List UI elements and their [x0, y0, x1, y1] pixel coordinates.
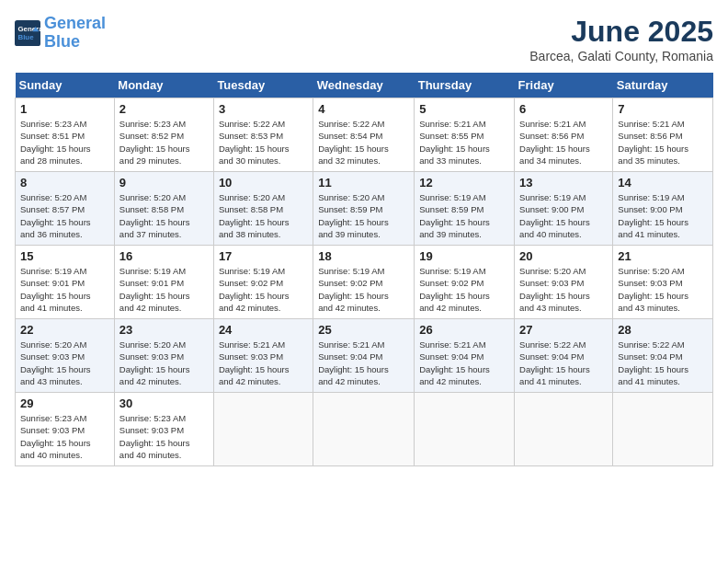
calendar-cell: 1Sunrise: 5:23 AM Sunset: 8:51 PM Daylig… — [16, 98, 115, 172]
day-number: 20 — [519, 249, 608, 263]
day-info: Sunrise: 5:19 AM Sunset: 9:02 PM Dayligh… — [318, 265, 409, 314]
day-info: Sunrise: 5:22 AM Sunset: 8:53 PM Dayligh… — [219, 118, 308, 167]
day-info: Sunrise: 5:20 AM Sunset: 8:57 PM Dayligh… — [20, 191, 109, 240]
day-number: 27 — [519, 323, 608, 337]
day-info: Sunrise: 5:22 AM Sunset: 9:04 PM Dayligh… — [618, 339, 708, 387]
calendar-cell — [313, 393, 415, 466]
calendar-cell: 11Sunrise: 5:20 AM Sunset: 8:59 PM Dayli… — [313, 172, 415, 246]
calendar-cell: 7Sunrise: 5:21 AM Sunset: 8:56 PM Daylig… — [613, 98, 713, 172]
day-number: 2 — [119, 102, 209, 116]
calendar-header-row: SundayMondayTuesdayWednesdayThursdayFrid… — [16, 73, 713, 98]
day-number: 1 — [20, 102, 109, 116]
calendar-cell: 17Sunrise: 5:19 AM Sunset: 9:02 PM Dayli… — [213, 246, 313, 319]
calendar-cell: 18Sunrise: 5:19 AM Sunset: 9:02 PM Dayli… — [313, 246, 415, 319]
calendar-cell: 13Sunrise: 5:19 AM Sunset: 9:00 PM Dayli… — [515, 172, 613, 246]
day-of-week-header: Sunday — [16, 73, 115, 98]
calendar-week-row: 8Sunrise: 5:20 AM Sunset: 8:57 PM Daylig… — [16, 172, 713, 246]
calendar-cell: 22Sunrise: 5:20 AM Sunset: 9:03 PM Dayli… — [16, 319, 115, 393]
day-info: Sunrise: 5:23 AM Sunset: 8:51 PM Dayligh… — [20, 118, 109, 167]
day-number: 9 — [119, 176, 209, 190]
calendar-cell: 5Sunrise: 5:21 AM Sunset: 8:55 PM Daylig… — [415, 98, 515, 172]
day-number: 5 — [419, 102, 509, 116]
calendar-cell: 12Sunrise: 5:19 AM Sunset: 8:59 PM Dayli… — [415, 172, 515, 246]
calendar-body: 1Sunrise: 5:23 AM Sunset: 8:51 PM Daylig… — [16, 98, 713, 466]
calendar-cell: 25Sunrise: 5:21 AM Sunset: 9:04 PM Dayli… — [313, 319, 415, 393]
day-info: Sunrise: 5:22 AM Sunset: 9:04 PM Dayligh… — [519, 339, 608, 387]
day-number: 24 — [219, 323, 308, 337]
calendar-cell: 4Sunrise: 5:22 AM Sunset: 8:54 PM Daylig… — [313, 98, 415, 172]
day-number: 23 — [119, 323, 209, 337]
calendar-cell: 27Sunrise: 5:22 AM Sunset: 9:04 PM Dayli… — [515, 319, 613, 393]
day-number: 17 — [219, 249, 308, 263]
day-info: Sunrise: 5:21 AM Sunset: 8:55 PM Dayligh… — [419, 118, 509, 167]
logo-name: GeneralBlue — [44, 15, 106, 52]
day-number: 22 — [20, 323, 109, 337]
day-info: Sunrise: 5:22 AM Sunset: 8:54 PM Dayligh… — [318, 118, 409, 167]
day-info: Sunrise: 5:19 AM Sunset: 9:02 PM Dayligh… — [419, 265, 509, 314]
day-number: 7 — [618, 102, 708, 116]
calendar-week-row: 15Sunrise: 5:19 AM Sunset: 9:01 PM Dayli… — [16, 246, 713, 319]
calendar-week-row: 22Sunrise: 5:20 AM Sunset: 9:03 PM Dayli… — [16, 319, 713, 393]
day-number: 14 — [618, 176, 708, 190]
day-of-week-header: Saturday — [613, 73, 713, 98]
day-number: 19 — [419, 249, 509, 263]
day-number: 6 — [519, 102, 608, 116]
calendar-cell: 19Sunrise: 5:19 AM Sunset: 9:02 PM Dayli… — [415, 246, 515, 319]
calendar-cell: 21Sunrise: 5:20 AM Sunset: 9:03 PM Dayli… — [613, 246, 713, 319]
day-info: Sunrise: 5:21 AM Sunset: 8:56 PM Dayligh… — [618, 118, 708, 167]
day-info: Sunrise: 5:23 AM Sunset: 8:52 PM Dayligh… — [119, 118, 209, 167]
day-of-week-header: Monday — [114, 73, 213, 98]
calendar-cell: 8Sunrise: 5:20 AM Sunset: 8:57 PM Daylig… — [16, 172, 115, 246]
svg-text:Blue: Blue — [18, 33, 35, 41]
day-number: 13 — [519, 176, 608, 190]
day-number: 28 — [618, 323, 708, 337]
calendar-cell: 24Sunrise: 5:21 AM Sunset: 9:03 PM Dayli… — [213, 319, 313, 393]
day-info: Sunrise: 5:23 AM Sunset: 9:03 PM Dayligh… — [20, 412, 109, 461]
calendar-cell: 26Sunrise: 5:21 AM Sunset: 9:04 PM Dayli… — [415, 319, 515, 393]
calendar-cell: 2Sunrise: 5:23 AM Sunset: 8:52 PM Daylig… — [114, 98, 213, 172]
day-of-week-header: Tuesday — [213, 73, 313, 98]
calendar-cell: 10Sunrise: 5:20 AM Sunset: 8:58 PM Dayli… — [213, 172, 313, 246]
day-number: 11 — [318, 176, 409, 190]
day-number: 29 — [20, 396, 109, 410]
logo-icon: General Blue — [15, 20, 40, 46]
title-area: June 2025 Barcea, Galati County, Romania — [529, 15, 713, 63]
calendar-week-row: 1Sunrise: 5:23 AM Sunset: 8:51 PM Daylig… — [16, 98, 713, 172]
calendar-cell: 30Sunrise: 5:23 AM Sunset: 9:03 PM Dayli… — [114, 393, 213, 466]
calendar-cell — [213, 393, 313, 466]
calendar-subtitle: Barcea, Galati County, Romania — [529, 49, 713, 63]
calendar-cell: 16Sunrise: 5:19 AM Sunset: 9:01 PM Dayli… — [114, 246, 213, 319]
calendar-title: June 2025 — [529, 15, 713, 49]
calendar-cell: 23Sunrise: 5:20 AM Sunset: 9:03 PM Dayli… — [114, 319, 213, 393]
day-info: Sunrise: 5:20 AM Sunset: 8:59 PM Dayligh… — [318, 191, 409, 240]
day-number: 30 — [119, 396, 209, 410]
day-of-week-header: Friday — [515, 73, 613, 98]
day-info: Sunrise: 5:20 AM Sunset: 9:03 PM Dayligh… — [119, 339, 209, 387]
day-info: Sunrise: 5:23 AM Sunset: 9:03 PM Dayligh… — [119, 412, 209, 461]
calendar-cell: 6Sunrise: 5:21 AM Sunset: 8:56 PM Daylig… — [515, 98, 613, 172]
day-number: 26 — [419, 323, 509, 337]
day-number: 16 — [119, 249, 209, 263]
day-info: Sunrise: 5:21 AM Sunset: 9:04 PM Dayligh… — [318, 339, 409, 387]
day-number: 8 — [20, 176, 109, 190]
day-number: 12 — [419, 176, 509, 190]
calendar-week-row: 29Sunrise: 5:23 AM Sunset: 9:03 PM Dayli… — [16, 393, 713, 466]
day-number: 25 — [318, 323, 409, 337]
logo: General Blue GeneralBlue — [15, 15, 106, 52]
calendar-cell — [515, 393, 613, 466]
calendar-cell: 14Sunrise: 5:19 AM Sunset: 9:00 PM Dayli… — [613, 172, 713, 246]
day-info: Sunrise: 5:20 AM Sunset: 8:58 PM Dayligh… — [119, 191, 209, 240]
calendar-cell: 15Sunrise: 5:19 AM Sunset: 9:01 PM Dayli… — [16, 246, 115, 319]
day-info: Sunrise: 5:21 AM Sunset: 9:03 PM Dayligh… — [219, 339, 308, 387]
day-number: 18 — [318, 249, 409, 263]
day-info: Sunrise: 5:19 AM Sunset: 9:01 PM Dayligh… — [20, 265, 109, 314]
day-of-week-header: Wednesday — [313, 73, 415, 98]
day-number: 15 — [20, 249, 109, 263]
day-number: 21 — [618, 249, 708, 263]
calendar-table: SundayMondayTuesdayWednesdayThursdayFrid… — [15, 73, 713, 466]
day-of-week-header: Thursday — [415, 73, 515, 98]
day-info: Sunrise: 5:19 AM Sunset: 9:01 PM Dayligh… — [119, 265, 209, 314]
day-number: 10 — [219, 176, 308, 190]
day-number: 3 — [219, 102, 308, 116]
calendar-cell: 20Sunrise: 5:20 AM Sunset: 9:03 PM Dayli… — [515, 246, 613, 319]
